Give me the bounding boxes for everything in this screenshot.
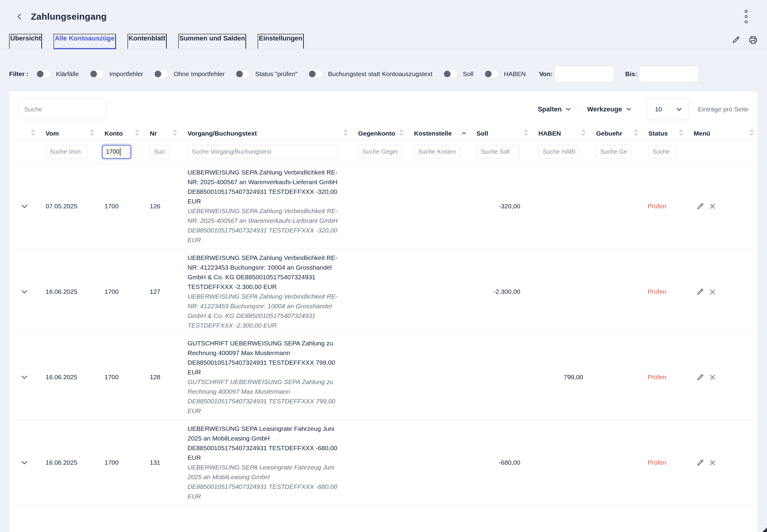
tab-alle-kontoauszuege[interactable]: Alle Kontoauszüge: [53, 34, 116, 49]
edit-row-button[interactable]: [696, 373, 704, 381]
chevron-down-icon: [565, 106, 571, 112]
von-date-input[interactable]: [554, 66, 614, 82]
kontoauszugstext: UEBERWEISUNG SEPA Zahlung Verbindlichkei…: [188, 292, 346, 330]
expand-row-button[interactable]: [21, 460, 28, 465]
column-label: Soll: [477, 130, 488, 137]
sort-icon[interactable]: [343, 129, 348, 138]
toggle-label: HABEN: [504, 70, 526, 78]
sort-icon[interactable]: [135, 129, 140, 138]
column-header-soll[interactable]: Soll: [470, 129, 532, 138]
tools-dropdown-button[interactable]: Werkzeuge: [587, 105, 632, 113]
table-row: 16.06.2025 1700 131 UEBERWEISUNG SEPA Le…: [9, 420, 758, 505]
konto-search-value: 1700: [106, 148, 120, 155]
tab-summen-und-salden[interactable]: Summen und Salden: [178, 34, 246, 49]
column-header-konto[interactable]: Konto: [98, 129, 144, 138]
tab-uebersicht[interactable]: Übersicht: [9, 34, 42, 49]
gebuehr-search-input[interactable]: [596, 145, 631, 159]
sort-icon[interactable]: [581, 129, 586, 138]
delete-row-button[interactable]: [709, 203, 716, 210]
filter-toggle-status-pruefen: Status "prüfen": [235, 69, 297, 79]
bis-date-input[interactable]: [639, 66, 699, 82]
toggle-buchungstext[interactable]: [308, 69, 323, 79]
toggle-label: Importfehler: [109, 70, 143, 78]
kostenstelle-search-input[interactable]: [414, 145, 460, 159]
status-badge[interactable]: Prüfen: [642, 203, 688, 210]
sort-icon[interactable]: [634, 129, 638, 138]
haben-search-input[interactable]: [538, 145, 579, 159]
sort-icon[interactable]: [173, 129, 177, 138]
columns-dropdown-button[interactable]: Spalten: [538, 105, 571, 113]
toggle-knob: [444, 71, 451, 77]
vom-cell: 16.06.2025: [40, 459, 98, 466]
filter-row: Filter : Klärfälle Importfehler Ohne Imp…: [9, 66, 758, 82]
gegenkonto-search-input[interactable]: [358, 145, 403, 159]
soll-cell: -320,00: [470, 203, 532, 210]
nr-search-input[interactable]: [150, 145, 169, 159]
edit-row-button[interactable]: [696, 288, 704, 296]
column-header-haben[interactable]: HABEN: [532, 129, 590, 138]
toggle-status-pruefen[interactable]: [235, 69, 250, 79]
chevron-down-icon: [676, 106, 682, 113]
vorgang-cell: UEBERWEISUNG SEPA Zahlung Verbindlichkei…: [181, 249, 352, 334]
global-search-input[interactable]: [18, 98, 107, 120]
expand-row-button[interactable]: [21, 375, 28, 380]
sort-icon[interactable]: [524, 129, 528, 138]
expand-row-button[interactable]: [21, 290, 28, 294]
column-header-menue[interactable]: Menü: [688, 129, 758, 138]
vom-cell: 07.05.2025: [40, 203, 98, 210]
delete-row-button[interactable]: [709, 288, 716, 296]
toggle-ohne-importfehler[interactable]: [153, 69, 168, 79]
toggle-label: Soll: [463, 70, 473, 78]
columns-dropdown-label: Spalten: [538, 105, 562, 113]
print-button[interactable]: [748, 35, 758, 45]
sort-icon[interactable]: [31, 129, 35, 138]
tab-einstellungen[interactable]: Einstellungen: [258, 34, 303, 49]
vorgang-search-input[interactable]: [188, 145, 339, 159]
toggle-klaerfaelle[interactable]: [36, 69, 51, 79]
sort-ascending-icon[interactable]: [461, 130, 466, 137]
text-cursor: [120, 148, 120, 156]
toggle-haben[interactable]: [484, 69, 499, 79]
expand-row-button[interactable]: [21, 204, 28, 209]
nr-cell: 127: [144, 288, 181, 295]
column-header-kostenstelle[interactable]: Kostenstelle: [408, 130, 470, 137]
edit-button[interactable]: [731, 35, 740, 44]
nr-cell: 126: [144, 203, 181, 210]
back-button[interactable]: [14, 11, 25, 22]
column-header-gebuehr[interactable]: Gebuehr: [590, 129, 642, 138]
toggle-knob: [485, 71, 492, 77]
column-header-vom[interactable]: Vom: [40, 129, 98, 138]
konto-cell: 1700: [98, 459, 144, 466]
column-header-vorgang[interactable]: Vorgang/Buchungstext: [181, 129, 352, 138]
sort-icon[interactable]: [749, 129, 754, 138]
sort-icon[interactable]: [399, 129, 404, 138]
delete-row-button[interactable]: [709, 373, 716, 381]
status-badge[interactable]: Prüfen: [642, 373, 688, 381]
edit-row-button[interactable]: [696, 459, 704, 467]
status-badge[interactable]: Prüfen: [642, 459, 688, 466]
column-header-gegenkonto[interactable]: Gegenkonto: [352, 129, 408, 138]
kontoauszugstext: GUTSCHRIFT UEBERWEISUNG SEPA Zahlung zu …: [188, 377, 346, 416]
edit-row-button[interactable]: [696, 202, 704, 210]
chevron-down-icon: [21, 204, 28, 209]
column-header-expander: [9, 129, 40, 138]
toggle-knob: [90, 71, 97, 77]
column-header-status[interactable]: Status: [642, 129, 688, 138]
konto-search-input[interactable]: 1700: [102, 145, 131, 159]
column-label: Menü: [694, 130, 710, 137]
status-search-input[interactable]: [648, 145, 677, 159]
more-options-button[interactable]: [743, 9, 749, 24]
sort-icon[interactable]: [90, 129, 94, 138]
delete-row-button[interactable]: [709, 459, 716, 466]
nr-cell: 131: [144, 459, 181, 466]
page-size-select[interactable]: 10: [647, 98, 689, 120]
toggle-soll[interactable]: [443, 69, 458, 79]
sort-icon[interactable]: [679, 129, 683, 138]
tab-kontenblatt[interactable]: Kontenblatt: [127, 34, 167, 49]
status-badge[interactable]: Prüfen: [642, 288, 688, 295]
soll-search-input[interactable]: [477, 145, 520, 159]
chevron-down-icon: [626, 106, 632, 112]
toggle-importfehler[interactable]: [89, 69, 104, 79]
vom-search-input[interactable]: [46, 145, 88, 159]
column-header-nr[interactable]: Nr: [144, 129, 181, 138]
